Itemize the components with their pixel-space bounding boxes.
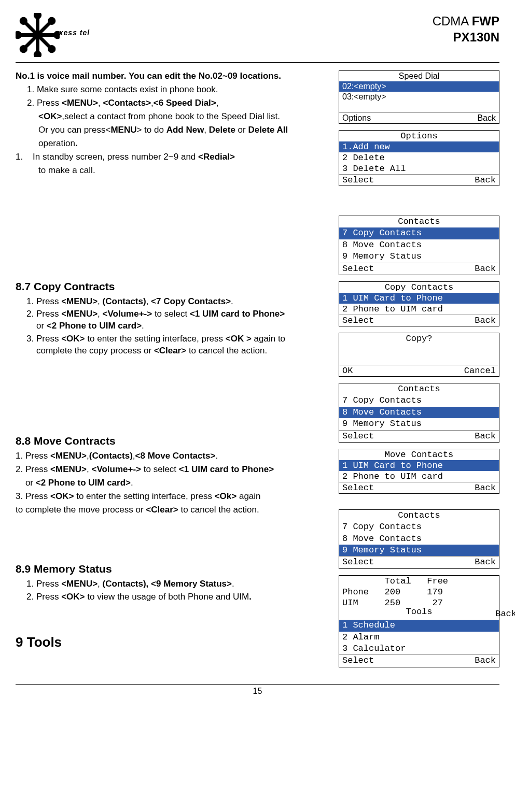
softkey-right[interactable]: Back [475,264,496,274]
phone-title: Speed Dial [339,71,499,81]
phone-title: Contacts [339,383,499,395]
phone-title: Copy? [339,333,499,344]
voicemail-line1: 1. Make sure some contacts exist in phon… [16,84,328,96]
phone-speed-dial: Speed Dial 02:<empty> 03:<empty> Options… [339,70,499,124]
s88-l3b: to complete the move process or <Clear> … [16,504,328,516]
list-item[interactable]: 7 Copy Contacts [339,227,499,239]
voicemail-line3: <OK>,select a contact from phone book to… [16,111,328,123]
softkey-left[interactable]: Select [342,557,374,567]
list-item[interactable]: 8 Move Contacts [339,239,499,251]
softkey-right[interactable]: Cancel [464,366,496,376]
softkey-left[interactable]: Select [342,656,374,666]
phone-options: Options 1.Add new 2 Delete 3 Delete All … [339,130,499,186]
s87-step3: Press <OK> to enter the setting interfac… [36,333,328,357]
voicemail-line5: operation. [16,138,328,150]
softkey-left[interactable]: Select [342,483,374,493]
softkey-right[interactable]: Back [475,557,496,567]
svg-point-6 [16,33,20,37]
softkey-right[interactable]: Back [475,175,496,185]
list-item[interactable]: 2 Alarm [339,632,499,643]
section-87-heading: 8.7 Copy Contracts [16,280,328,293]
list-item[interactable]: 03:<empty> [339,92,499,102]
softkey-right[interactable]: Back [477,113,496,123]
svg-point-5 [35,53,40,58]
list-item[interactable]: 1 UIM Card to Phone [339,293,499,304]
list-item[interactable]: 1.Add new [339,141,499,152]
title-line1-pre: CDMA [433,14,472,28]
list-item[interactable]: 02:<empty> [339,81,499,92]
page-header: axess tel CDMA FWP PX130N [16,13,499,63]
voicemail-step1b: to make a call. [16,165,328,177]
phone-copy-confirm: Copy? OK Cancel [339,333,499,377]
s88-l3: 3. Press <OK> to enter the setting inter… [16,491,328,503]
phone-contacts-move: Contacts 7 Copy Contacts 8 Move Contacts… [339,383,499,443]
section-89-heading: 8.9 Memory Status [16,563,328,575]
s87-step2: Press <MENU>, <Volume+-> to select <1 UI… [36,308,328,332]
list-item[interactable]: 9 Memory Status [339,418,499,430]
voicemail-line4: Or you can press<MENU> to do Add New, De… [16,124,328,136]
softkey-left[interactable]: OK [342,366,353,376]
list-item[interactable]: 9 Memory Status [339,545,499,556]
list-item[interactable]: 3 Delete All [339,163,499,174]
svg-point-10 [49,19,54,23]
phone-title: Move Contacts [339,449,499,460]
list-item[interactable]: 2 Delete [339,152,499,163]
s89-step2: Press <OK> to view the usage of both Pho… [36,591,328,603]
phone-tools: Tools 1 Schedule 2 Alarm 3 Calculator Se… [339,608,499,667]
asterisk-icon [16,13,60,57]
svg-point-11 [21,47,26,51]
s87-step1: Press <MENU>, (Contacts), <7 Copy Contac… [36,296,328,308]
phone-contacts-copy: Contacts 7 Copy Contacts 8 Move Contacts… [339,216,499,275]
phone-move-contacts: Move Contacts 1 UIM Card to Phone 2 Phon… [339,449,499,494]
softkey-right[interactable]: Back [475,431,496,441]
list-item[interactable]: 2 Phone to UIM card [339,304,499,315]
softkey-right[interactable]: Back [475,316,496,325]
softkey-left[interactable]: Options [342,113,371,123]
softkey-right[interactable]: Back [475,483,496,493]
softkey-right[interactable]: Back [475,656,496,666]
voicemail-step1: 1. In standby screen, press number 2~9 a… [16,151,328,163]
list-item[interactable]: 3 Calculator [339,643,499,654]
phone-copy-contacts: Copy Contacts 1 UIM Card to Phone 2 Phon… [339,281,499,326]
section-89-list: Press <MENU>, (Contacts), <9 Memory Stat… [16,578,328,603]
s88-l2b: or <2 Phone to UIM card>. [16,477,328,489]
softkey-left[interactable]: Select [342,175,374,185]
svg-point-8 [21,19,26,23]
list-item[interactable]: 1 Schedule [339,620,499,631]
phone-title: Copy Contacts [339,282,499,293]
list-item[interactable]: 2 Phone to UIM card [339,471,499,482]
svg-point-9 [49,47,54,51]
section-9-heading: 9 Tools [16,634,328,650]
voicemail-line2: 2. Press <MENU>, <Contacts>,<6 Speed Dia… [16,97,328,109]
page-number: 15 [253,687,262,695]
phone-title: Contacts [339,216,499,227]
softkey-left[interactable]: Select [342,431,374,441]
title-line1-bold: FWP [472,14,499,28]
phone-title: Options [339,131,499,141]
doc-title: CDMA FWP PX130N [433,13,499,45]
brand-text: axess tel [54,29,90,37]
section-88-heading: 8.8 Move Contracts [16,435,328,447]
list-item[interactable]: 7 Copy Contacts [339,395,499,406]
section-87-list: Press <MENU>, (Contacts), <7 Copy Contac… [16,296,328,358]
title-line2: PX130N [453,30,499,44]
table-header: Total Free [339,576,499,587]
s88-l2: 2. Press <MENU>, <Volume+-> to select <1… [16,464,328,476]
phone-contacts-memory: Contacts 7 Copy Contacts 8 Move Contacts… [339,509,499,569]
brand-logo: axess tel [16,13,98,57]
list-item[interactable]: 9 Memory Status [339,251,499,262]
voicemail-heading: No.1 is voice mail number. You can edit … [16,70,328,82]
phone-title: Contacts [339,510,499,521]
list-item[interactable]: 8 Move Contacts [339,407,499,418]
softkey-left[interactable]: Select [342,316,374,325]
list-item[interactable]: 8 Move Contacts [339,533,499,545]
svg-point-4 [35,13,40,18]
list-item[interactable]: 7 Copy Contacts [339,521,499,533]
table-row: Phone 200 179 [339,587,499,597]
phone-title: Tools [339,606,499,618]
page-footer: 15 [16,684,499,696]
list-item[interactable]: 1 UIM Card to Phone [339,460,499,471]
softkey-left[interactable]: Select [342,264,374,274]
s88-l1: 1. Press <MENU>,(Contacts),<8 Move Conta… [16,450,328,462]
s89-step1: Press <MENU>, (Contacts), <9 Memory Stat… [36,578,328,590]
